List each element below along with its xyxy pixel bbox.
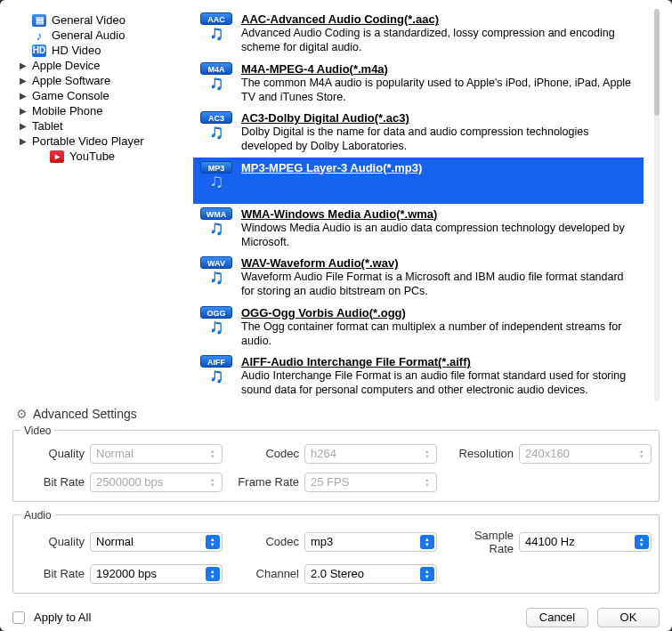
chevron-updown-icon: ▴▾ — [206, 567, 220, 581]
sidebar-item[interactable]: ▶Game Console — [12, 88, 186, 103]
disclosure-triangle-icon: ▶ — [20, 121, 27, 131]
music-notes-icon: ♫ — [209, 124, 224, 140]
sidebar-item[interactable]: ▶Tablet — [12, 118, 186, 133]
video-resolution-label: Resolution — [449, 447, 514, 460]
format-title: AIFF-Audio Interchange File Format(*.aif… — [241, 355, 638, 368]
video-resolution-select[interactable]: 240x160 ▴▾ — [519, 444, 652, 464]
audio-codec-label: Codec — [235, 535, 299, 548]
video-framerate-select[interactable]: 25 FPS ▴▾ — [304, 473, 437, 492]
format-row[interactable]: WMA♫WMA-Windows Media Audio(*.wma)Window… — [193, 204, 644, 254]
format-row[interactable]: AIFF♫AIFF-Audio Interchange File Format(… — [193, 352, 644, 401]
scrollbar[interactable] — [654, 9, 660, 401]
format-description: Waveform Audio File Format is a Microsof… — [241, 270, 638, 299]
chevron-updown-icon: ▴▾ — [420, 567, 434, 581]
format-badge-icon: AC3♫ — [198, 111, 234, 154]
format-badge-icon: AAC♫ — [198, 12, 234, 55]
format-badge-icon: WAV♫ — [198, 256, 234, 299]
music-notes-icon: ♫ — [209, 269, 224, 285]
format-badge-icon: AIFF♫ — [198, 355, 234, 398]
format-title: WAV-Waveform Audio(*.wav) — [241, 256, 638, 270]
sidebar-item-label: Tablet — [32, 119, 63, 133]
format-title: OGG-Ogg Vorbis Audio(*.ogg) — [241, 306, 638, 320]
ok-button[interactable]: OK — [597, 608, 660, 627]
format-list[interactable]: AAC♫AAC-Advanced Audio Coding(*.aac)Adva… — [193, 9, 647, 401]
audio-samplerate-label: Sample Rate — [449, 529, 514, 555]
chevron-updown-icon: ▴▾ — [206, 535, 220, 549]
apply-to-all-checkbox[interactable] — [12, 611, 25, 624]
audio-group: Audio Quality Normal ▴▾ Codec mp3 ▴▾ Sam… — [12, 509, 660, 594]
sidebar-item[interactable]: ▶Portable Video Player — [12, 133, 186, 149]
chevron-updown-icon: ▴▾ — [635, 447, 649, 461]
scrollbar-thumb[interactable] — [654, 9, 660, 116]
chevron-updown-icon: ▴▾ — [206, 447, 220, 461]
sidebar-item-label: General Video — [52, 13, 125, 27]
video-framerate-label: Frame Rate — [235, 475, 299, 489]
sidebar-item[interactable]: ▶Mobile Phone — [12, 103, 186, 118]
sidebar-item-label: Apple Software — [32, 74, 110, 87]
music-notes-icon: ♫ — [209, 174, 224, 190]
chevron-updown-icon: ▴▾ — [420, 475, 434, 489]
hd-icon: HD — [32, 44, 46, 57]
audio-samplerate-select[interactable]: 44100 Hz ▴▾ — [519, 532, 652, 552]
format-badge-icon: MP3♫ — [198, 161, 234, 200]
apply-to-all-label: Apply to All — [34, 611, 91, 624]
video-quality-select[interactable]: Normal ▴▾ — [90, 444, 223, 464]
sidebar-item[interactable]: ▶Apple Software — [12, 73, 186, 88]
audio-quality-select[interactable]: Normal ▴▾ — [90, 532, 223, 552]
music-notes-icon: ♫ — [209, 75, 224, 91]
video-quality-label: Quality — [20, 447, 85, 460]
video-bitrate-select[interactable]: 2500000 bps ▴▾ — [90, 473, 223, 492]
format-description: Advanced Audio Coding is a standardized,… — [241, 26, 638, 55]
audio-legend: Audio — [20, 509, 55, 522]
chevron-updown-icon: ▴▾ — [420, 447, 434, 461]
format-title: MP3-MPEG Layer-3 Audio(*.mp3) — [241, 161, 638, 174]
sidebar-item[interactable]: ♪General Audio — [12, 28, 186, 43]
sidebar-item-label: HD Video — [52, 44, 101, 57]
sidebar-item-label: Portable Video Player — [32, 134, 144, 148]
sidebar-item[interactable]: HDHD Video — [12, 43, 186, 58]
music-notes-icon: ♫ — [209, 25, 224, 41]
video-group: Video Quality Normal ▴▾ Codec h264 ▴▾ Re… — [12, 425, 660, 502]
format-title: AC3-Dolby Digital Audio(*.ac3) — [241, 111, 638, 125]
music-note-icon: ♪ — [32, 29, 46, 42]
gear-icon: ⚙ — [16, 407, 28, 421]
audio-channel-label: Channel — [235, 567, 299, 580]
sidebar-item-label: Apple Device — [32, 59, 101, 72]
format-description: The common M4A audio is popularity used … — [241, 76, 638, 105]
format-badge-icon: WMA♫ — [198, 207, 234, 250]
sidebar-item[interactable]: ▶Apple Device — [12, 58, 186, 73]
chevron-updown-icon: ▴▾ — [635, 535, 649, 549]
disclosure-triangle-icon: ▶ — [20, 61, 27, 70]
format-badge-icon: M4A♫ — [198, 62, 234, 105]
music-notes-icon: ♫ — [209, 319, 224, 335]
sidebar-item[interactable]: ▤General Video — [12, 12, 186, 28]
audio-codec-select[interactable]: mp3 ▴▾ — [304, 532, 437, 552]
upper-pane: ▤General Video♪General AudioHDHD Video▶A… — [12, 9, 660, 401]
format-description: The Ogg container format can multiplex a… — [241, 320, 638, 349]
advanced-settings-header: ⚙ Advanced Settings — [16, 407, 660, 421]
sidebar-item-label: YouTube — [69, 150, 115, 163]
audio-channel-select[interactable]: 2.0 Stereo ▴▾ — [304, 564, 437, 584]
chevron-updown-icon: ▴▾ — [420, 535, 434, 549]
film-icon: ▤ — [32, 14, 46, 27]
format-badge-icon: OGG♫ — [198, 306, 234, 349]
format-row[interactable]: AAC♫AAC-Advanced Audio Coding(*.aac)Adva… — [193, 9, 644, 59]
format-row[interactable]: OGG♫OGG-Ogg Vorbis Audio(*.ogg)The Ogg c… — [193, 303, 644, 352]
sidebar-item-label: General Audio — [52, 28, 125, 42]
format-description: Windows Media Audio is an audio data com… — [241, 221, 638, 250]
audio-quality-label: Quality — [20, 535, 85, 548]
dialog-footer: Apply to All Cancel OK — [12, 601, 660, 627]
audio-bitrate-select[interactable]: 192000 bps ▴▾ — [90, 564, 223, 584]
cancel-button[interactable]: Cancel — [526, 608, 588, 627]
video-bitrate-label: Bit Rate — [20, 475, 85, 489]
format-row[interactable]: AC3♫AC3-Dolby Digital Audio(*.ac3)Dolby … — [193, 108, 644, 158]
sidebar-item-label: Mobile Phone — [32, 104, 103, 117]
sidebar-item[interactable]: ▸YouTube — [12, 149, 186, 164]
video-codec-select[interactable]: h264 ▴▾ — [304, 444, 437, 464]
format-row[interactable]: WAV♫WAV-Waveform Audio(*.wav)Waveform Au… — [193, 253, 644, 303]
format-row[interactable]: M4A♫M4A-MPEG-4 Audio(*.m4a)The common M4… — [193, 59, 644, 109]
format-row[interactable]: MP3♫MP3-MPEG Layer-3 Audio(*.mp3) — [193, 158, 644, 204]
audio-bitrate-label: Bit Rate — [20, 567, 85, 580]
disclosure-triangle-icon: ▶ — [20, 76, 27, 85]
format-title: WMA-Windows Media Audio(*.wma) — [241, 207, 638, 221]
